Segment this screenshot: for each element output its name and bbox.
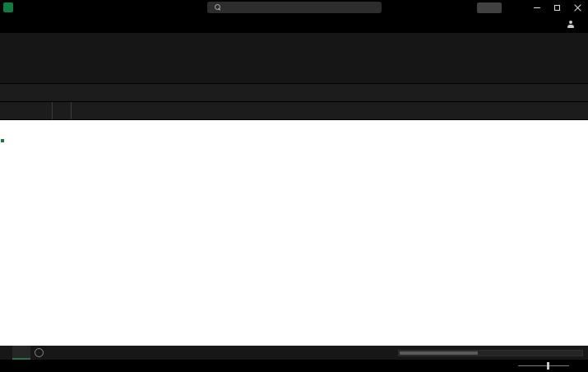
formula-expand-icon[interactable] bbox=[580, 102, 588, 119]
ribbon bbox=[0, 33, 588, 84]
zoom-slider[interactable] bbox=[518, 365, 569, 366]
avatar[interactable] bbox=[477, 2, 502, 13]
worksheet bbox=[0, 120, 588, 346]
minimize-icon bbox=[534, 7, 540, 8]
search-icon bbox=[215, 4, 221, 11]
scroll-track[interactable] bbox=[398, 350, 583, 356]
sheet-tab-sheet1[interactable] bbox=[12, 346, 30, 360]
minimize-button[interactable] bbox=[526, 0, 547, 15]
quick-access-toolbar bbox=[0, 84, 588, 102]
ribbon-content bbox=[0, 33, 588, 83]
maximize-button[interactable] bbox=[547, 0, 567, 15]
formula-bar bbox=[0, 102, 588, 120]
title-bar bbox=[0, 0, 588, 15]
share-button[interactable] bbox=[567, 15, 578, 33]
horizontal-scrollbar[interactable] bbox=[396, 350, 588, 356]
sheet-tab-bar bbox=[0, 346, 588, 360]
scroll-thumb[interactable] bbox=[400, 351, 478, 355]
fill-handle[interactable] bbox=[0, 138, 5, 143]
excel-window bbox=[0, 0, 588, 372]
formula-buttons bbox=[53, 102, 72, 119]
ribbon-tab-row bbox=[0, 15, 588, 33]
person-icon bbox=[567, 21, 574, 28]
status-bar-right bbox=[498, 365, 582, 366]
close-icon bbox=[574, 4, 581, 12]
search-box[interactable] bbox=[207, 2, 382, 13]
column-headers bbox=[0, 120, 588, 138]
new-sheet-button[interactable] bbox=[35, 348, 44, 357]
status-bar bbox=[0, 360, 588, 372]
zoom-slider-thumb[interactable] bbox=[547, 362, 549, 370]
excel-logo-icon bbox=[3, 2, 13, 12]
close-button[interactable] bbox=[567, 0, 588, 15]
formula-content[interactable] bbox=[72, 102, 580, 119]
window-controls bbox=[477, 0, 588, 15]
maximize-icon bbox=[554, 5, 560, 11]
name-box[interactable] bbox=[0, 102, 53, 119]
